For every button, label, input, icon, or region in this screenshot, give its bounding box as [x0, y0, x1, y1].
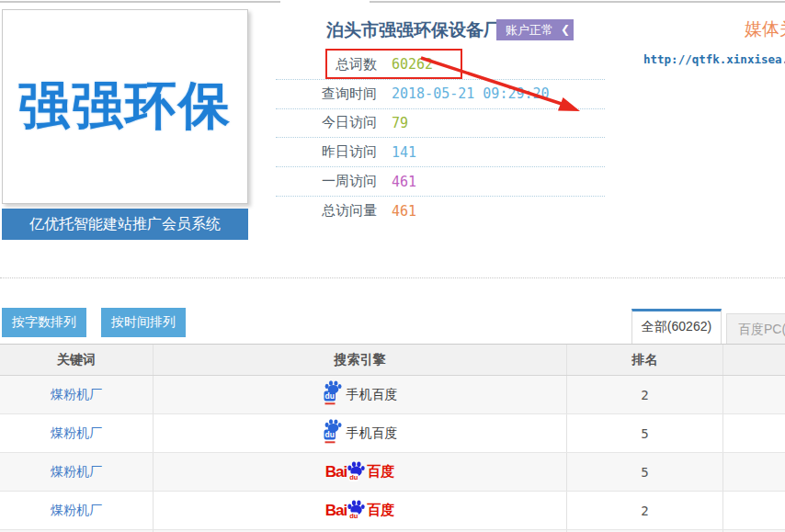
stats-panel: 总词数 60262 查询时间 2018-05-21 09:29:20 今日访问 … [276, 51, 605, 226]
keyword-cell: 煤粉机厂 [0, 376, 154, 413]
rank-cell: 5 [567, 414, 723, 452]
media-section-title: 媒体关 [745, 17, 785, 41]
keyword-link[interactable]: 煤粉机厂 [51, 425, 102, 442]
extra-cell [723, 492, 785, 529]
rank-cell: 2 [567, 492, 723, 529]
keyword-link[interactable]: 煤粉机厂 [51, 464, 102, 481]
baidu-logo-latin: Bai [325, 463, 347, 481]
extra-cell [723, 376, 785, 413]
member-system-banner-text: 亿优托智能建站推广会员系统 [29, 215, 221, 234]
chevron-left-icon: ❮ [561, 19, 570, 40]
tab-all-label: 全部(60262) [642, 319, 711, 334]
engine-name: 手机百度 [347, 387, 398, 403]
baidu-logo-latin: Bai [325, 502, 347, 520]
rank-value: 2 [641, 388, 648, 402]
svg-text:du: du [324, 430, 334, 439]
stat-row-total-words: 总词数 60262 [276, 51, 605, 80]
engine-cell: du 手机百度 [154, 376, 567, 413]
stat-value: 60262 [392, 56, 433, 73]
page-title: 泊头市强强环保设备厂 [326, 18, 501, 42]
top-border-right-segment [370, 1, 785, 3]
member-system-banner: 亿优托智能建站推广会员系统 [2, 209, 248, 240]
stat-row-yesterday-visits: 昨日访问 141 [276, 138, 605, 167]
header-extra [723, 345, 785, 375]
svg-text:du: du [349, 473, 358, 481]
keyword-cell: 煤粉机厂 [0, 492, 154, 529]
svg-text:du: du [324, 391, 334, 401]
table-row: 煤粉机厂 Bai du [0, 492, 785, 530]
account-status-text: 账户正常 [506, 23, 553, 37]
stat-row-week-visits: 一周访问 461 [276, 167, 605, 197]
keyword-cell: 煤粉机厂 [0, 453, 154, 491]
baidu-pc-icon: Bai du 百度 [325, 461, 394, 483]
stat-label: 总词数 [276, 56, 377, 74]
keywords-table: 关键词 搜索引擎 排名 煤粉机厂 [0, 344, 785, 532]
mobile-baidu-icon: du [323, 380, 343, 409]
sort-by-time-button[interactable]: 按时间排列 [101, 308, 186, 337]
header-search-engine: 搜索引擎 [154, 345, 567, 375]
table-header-row: 关键词 搜索引擎 排名 [0, 345, 785, 376]
stat-label: 查询时间 [276, 85, 377, 103]
table-row: 煤粉机厂 du [0, 414, 785, 453]
engine-cell: Bai du 百度 [154, 453, 567, 491]
baidu-pc-icon: Bai du 百度 [325, 500, 394, 522]
header-keyword: 关键词 [0, 345, 154, 375]
rank-cell: 2 [567, 376, 723, 413]
stat-value: 141 [392, 144, 416, 161]
keyword-link[interactable]: 煤粉机厂 [51, 387, 102, 403]
tab-baidu-pc-label: 百度PC(30 [738, 322, 785, 336]
baidu-logo-cn: 百度 [367, 502, 394, 519]
table-row: 煤粉机厂 Bai du [0, 453, 785, 492]
engine-cell: du 手机百度 [154, 414, 567, 452]
rank-cell: 5 [567, 453, 723, 491]
sort-by-wordcount-button[interactable]: 按字数排列 [2, 308, 86, 337]
table-row: 煤粉机厂 du [0, 376, 785, 414]
stat-label: 昨日访问 [276, 143, 377, 161]
extra-cell [723, 453, 785, 491]
stat-row-total-visits: 总访问量 461 [276, 197, 605, 226]
top-border-left-segment [0, 1, 280, 3]
extra-cell [723, 414, 785, 452]
stat-value: 461 [392, 203, 416, 220]
rank-value: 5 [641, 465, 648, 480]
company-logo-text: 强强环保 [18, 72, 232, 141]
keyword-cell: 煤粉机厂 [0, 414, 154, 452]
engine-cell: Bai du 百度 [154, 492, 567, 529]
rank-value: 5 [641, 426, 648, 441]
stat-value: 79 [392, 115, 408, 131]
site-url-link[interactable]: http://qtfk.xinxisea. [643, 52, 785, 66]
stat-value: 2018-05-21 09:29:20 [392, 85, 550, 102]
baidu-logo-cn: 百度 [367, 463, 394, 481]
account-status-badge: 账户正常 ❮ [496, 19, 574, 40]
engine-name: 手机百度 [347, 425, 398, 442]
stat-label: 一周访问 [276, 173, 377, 190]
company-logo: 强强环保 [2, 9, 248, 204]
stat-row-query-time: 查询时间 2018-05-21 09:29:20 [276, 80, 605, 109]
header-rank: 排名 [567, 345, 723, 375]
keyword-link[interactable]: 煤粉机厂 [51, 503, 102, 519]
stat-label: 总访问量 [276, 202, 377, 220]
stat-value: 461 [392, 174, 416, 190]
stat-row-today-visits: 今日访问 79 [276, 109, 605, 139]
mobile-baidu-icon: du [323, 419, 343, 447]
rank-value: 2 [641, 504, 648, 518]
section-divider [0, 277, 785, 278]
tab-baidu-pc[interactable]: 百度PC(30 [726, 313, 785, 344]
tab-all-keywords[interactable]: 全部(60262) [631, 309, 722, 344]
svg-text:du: du [349, 512, 358, 520]
stat-label: 今日访问 [276, 114, 377, 131]
